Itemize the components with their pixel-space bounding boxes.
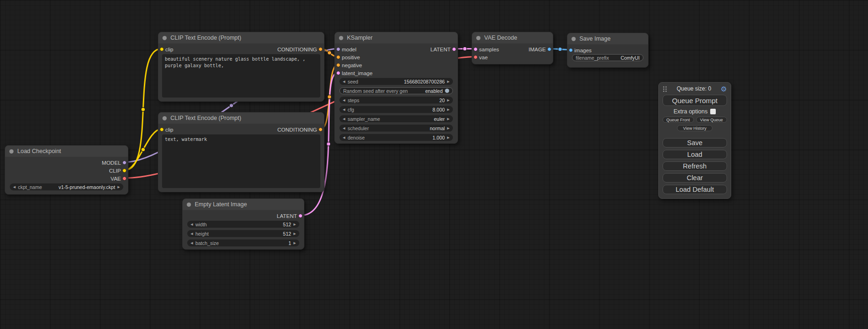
output-port-clip[interactable] xyxy=(122,168,127,173)
collapse-dot-icon[interactable] xyxy=(162,36,167,40)
collapse-dot-icon[interactable] xyxy=(187,203,191,207)
widget-label: filename_prefix xyxy=(576,55,609,61)
input-port-clip[interactable] xyxy=(160,47,164,51)
widget-value: normal xyxy=(430,126,445,131)
node-clip-text-encode-positive[interactable]: CLIP Text Encode (Prompt) clip CONDITION… xyxy=(158,32,325,102)
decrement-arrow-icon[interactable]: ◀ xyxy=(343,126,345,130)
increment-arrow-icon[interactable]: ▶ xyxy=(447,108,450,111)
decrement-arrow-icon[interactable]: ◀ xyxy=(343,117,345,120)
widget-width[interactable]: ◀ width 512 ▶ xyxy=(187,221,299,228)
increment-arrow-icon[interactable]: ▶ xyxy=(447,117,450,120)
increment-arrow-icon[interactable]: ▶ xyxy=(294,223,296,226)
input-slot-model: model xyxy=(335,45,458,53)
input-port-images[interactable] xyxy=(569,48,573,52)
output-port-conditioning[interactable] xyxy=(318,127,323,132)
input-port-positive[interactable] xyxy=(336,55,340,59)
queue-prompt-button[interactable]: Queue Prompt xyxy=(663,95,727,106)
widget-label: seed xyxy=(347,79,358,84)
decrement-arrow-icon[interactable]: ◀ xyxy=(13,185,15,189)
prompt-textarea[interactable]: text, watermark xyxy=(162,134,320,188)
input-port-negative[interactable] xyxy=(336,63,340,67)
extra-options-checkbox[interactable] xyxy=(710,109,716,114)
decrement-arrow-icon[interactable]: ◀ xyxy=(343,80,345,83)
widget-label: height xyxy=(195,231,209,237)
node-graph-canvas[interactable]: Load Checkpoint MODEL CLIP VAE ◀ ckpt_na… xyxy=(0,0,868,329)
save-button[interactable]: Save xyxy=(663,138,727,147)
node-titlebar[interactable]: KSampler xyxy=(335,32,458,43)
node-titlebar[interactable]: Empty Latent Image xyxy=(183,199,304,210)
load-default-button[interactable]: Load Default xyxy=(663,185,727,194)
output-port-latent[interactable] xyxy=(298,214,303,218)
node-save-image[interactable]: Save Image images filename_prefix ComfyU… xyxy=(567,33,649,68)
increment-arrow-icon[interactable]: ▶ xyxy=(118,185,120,189)
decrement-arrow-icon[interactable]: ◀ xyxy=(191,232,193,235)
node-titlebar[interactable]: Save Image xyxy=(567,33,648,44)
refresh-button[interactable]: Refresh xyxy=(663,161,727,171)
load-button[interactable]: Load xyxy=(663,150,727,159)
wire-midpoint-dot xyxy=(141,147,145,151)
node-titlebar[interactable]: CLIP Text Encode (Prompt) xyxy=(158,32,324,43)
collapse-dot-icon[interactable] xyxy=(339,36,343,40)
widget-cfg[interactable]: ◀ cfg 8.000 ▶ xyxy=(339,106,453,113)
output-label: CLIP xyxy=(109,168,121,174)
toggle-dot[interactable] xyxy=(445,89,449,93)
widget-value: 1 xyxy=(289,240,291,246)
prompt-textarea[interactable]: beautiful scenery nature glass bottle la… xyxy=(162,54,320,98)
view-queue-button[interactable]: View Queue xyxy=(696,117,727,123)
widget-sampler-name[interactable]: ◀ sampler_name euler ▶ xyxy=(339,115,453,122)
drag-handle-icon[interactable] xyxy=(663,85,667,92)
clear-button[interactable]: Clear xyxy=(663,173,727,182)
widget-random-seed[interactable]: Random seed after every gen enabled xyxy=(339,87,453,94)
output-port-vae[interactable] xyxy=(122,176,127,181)
node-title: Load Checkpoint xyxy=(17,148,61,154)
increment-arrow-icon[interactable]: ▶ xyxy=(447,80,450,83)
input-port-vae[interactable] xyxy=(473,55,478,59)
input-port-clip[interactable] xyxy=(160,127,164,132)
node-titlebar[interactable]: Load Checkpoint xyxy=(5,146,128,157)
widget-batch-size[interactable]: ◀ batch_size 1 ▶ xyxy=(187,239,299,246)
widget-value: 1.000 xyxy=(432,135,445,140)
decrement-arrow-icon[interactable]: ◀ xyxy=(343,98,345,102)
input-label: samples xyxy=(479,47,499,52)
widget-label: ckpt_name xyxy=(18,184,42,190)
widget-seed[interactable]: ◀ seed 156680208700286 ▶ xyxy=(339,78,453,85)
node-titlebar[interactable]: VAE Decode xyxy=(472,32,553,43)
node-ksampler[interactable]: KSampler LATENT model positive negative … xyxy=(334,32,458,144)
view-history-button[interactable]: View History xyxy=(677,125,713,131)
queue-front-button[interactable]: Queue Front xyxy=(663,117,694,123)
input-port-samples[interactable] xyxy=(473,47,478,51)
output-label: MODEL xyxy=(102,160,121,166)
increment-arrow-icon[interactable]: ▶ xyxy=(294,232,296,235)
widget-ckpt-name[interactable]: ◀ ckpt_name v1-5-pruned-emaonly.ckpt ▶ xyxy=(10,183,123,190)
collapse-dot-icon[interactable] xyxy=(162,116,167,120)
node-empty-latent-image[interactable]: Empty Latent Image LATENT ◀ width 512 ▶ … xyxy=(182,198,304,250)
increment-arrow-icon[interactable]: ▶ xyxy=(447,136,450,139)
increment-arrow-icon[interactable]: ▶ xyxy=(447,98,450,102)
settings-gear-icon[interactable]: ⚙ xyxy=(721,85,727,92)
collapse-dot-icon[interactable] xyxy=(9,149,14,154)
node-vae-decode[interactable]: VAE Decode IMAGE samples vae xyxy=(472,32,553,64)
node-clip-text-encode-negative[interactable]: CLIP Text Encode (Prompt) clip CONDITION… xyxy=(158,112,325,192)
decrement-arrow-icon[interactable]: ◀ xyxy=(191,223,193,226)
node-load-checkpoint[interactable]: Load Checkpoint MODEL CLIP VAE ◀ ckpt_na… xyxy=(5,145,128,195)
decrement-arrow-icon[interactable]: ◀ xyxy=(191,241,193,245)
output-port-model[interactable] xyxy=(122,161,127,165)
decrement-arrow-icon[interactable]: ◀ xyxy=(343,136,345,139)
widget-denoise[interactable]: ◀ denoise 1.000 ▶ xyxy=(339,134,453,141)
increment-arrow-icon[interactable]: ▶ xyxy=(294,241,296,245)
output-port-conditioning[interactable] xyxy=(318,47,323,51)
input-label: clip xyxy=(165,127,173,133)
wire-midpoint-dot xyxy=(558,47,562,51)
widget-filename-prefix[interactable]: filename_prefix ComfyUI xyxy=(572,54,643,61)
collapse-dot-icon[interactable] xyxy=(476,36,480,40)
input-port-model[interactable] xyxy=(336,47,340,51)
collapse-dot-icon[interactable] xyxy=(572,37,576,41)
widget-steps[interactable]: ◀ steps 20 ▶ xyxy=(339,97,453,104)
node-titlebar[interactable]: CLIP Text Encode (Prompt) xyxy=(158,112,324,124)
increment-arrow-icon[interactable]: ▶ xyxy=(447,126,450,130)
widget-scheduler[interactable]: ◀ scheduler normal ▶ xyxy=(339,125,453,132)
input-port-latent-image[interactable] xyxy=(336,71,340,75)
output-label: LATENT xyxy=(277,213,297,219)
decrement-arrow-icon[interactable]: ◀ xyxy=(343,108,345,111)
widget-height[interactable]: ◀ height 512 ▶ xyxy=(187,230,299,237)
